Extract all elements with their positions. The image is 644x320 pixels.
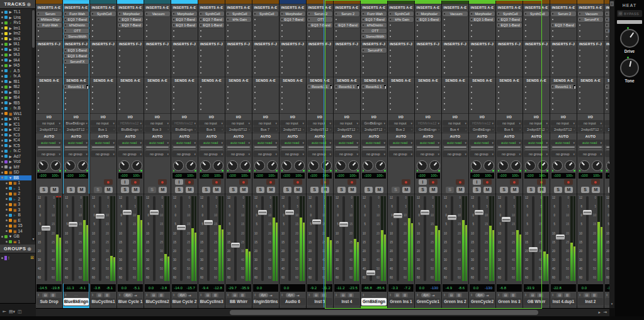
track-name[interactable]: BB Whirr [226,298,251,306]
group-assign-selector[interactable]: no group▾ [361,151,387,157]
track-list-item[interactable]: ▦SD [0,170,35,175]
record-arm-button[interactable] [429,179,438,185]
input-monitor-button[interactable]: I [121,179,129,185]
pan-knob-left[interactable] [281,160,292,171]
insert-slot-empty[interactable] [470,53,495,58]
output-selector[interactable]: 2ndtptST12▫ [307,126,332,132]
insert-slot-empty[interactable] [253,48,278,53]
track-list-item[interactable]: ▶fB4 [0,95,35,101]
insert-slot-empty[interactable] [172,70,197,75]
copy-icon[interactable]: ▤ [96,293,103,297]
send-slot-empty[interactable] [172,107,197,112]
automation-mode-selector[interactable]: auto read▾ [524,140,549,145]
track-list-item[interactable]: ▶fC1 [0,122,35,128]
insert-slot-empty[interactable] [605,53,609,58]
send-slot-empty[interactable] [470,90,495,95]
send-slot-empty[interactable] [497,90,522,95]
insert-slot-empty[interactable] [37,48,62,53]
insert-slot-empty[interactable] [578,28,603,33]
insert-slot-empty[interactable] [361,65,387,70]
send-slot-empty[interactable] [578,101,603,106]
nudge-arrows-icon[interactable]: ⇕ [281,293,283,297]
send-slot-empty[interactable] [551,107,576,112]
track-show-dot[interactable] [1,145,3,146]
meter-view-icon[interactable]: ▥ [591,293,597,297]
insert-slot-empty[interactable] [226,34,251,39]
heat-bypass-button[interactable]: ⊙ BYPASS [617,10,642,17]
mute-button[interactable]: M [511,187,519,193]
insert-slot[interactable]: EQ3 7-Band [280,17,305,22]
fader-handle[interactable] [231,243,240,248]
send-slot-empty[interactable] [118,96,143,101]
send-slot-empty[interactable] [361,90,387,95]
insert-slot-empty[interactable] [145,70,170,75]
send-slot-empty[interactable] [470,84,495,89]
insert-slot-empty[interactable] [91,48,116,53]
solo-button[interactable]: S [337,187,346,193]
fader-track[interactable] [424,196,426,281]
fader-handle[interactable] [285,210,294,215]
track-list-item[interactable]: ▦1 [0,240,35,244]
nudge-arrows-icon[interactable]: ⇕ [551,293,554,297]
copy-icon[interactable]: ▤ [150,293,157,297]
input-selector[interactable]: HDMtrIns12▾ [118,120,143,126]
insert-slot-empty[interactable] [253,53,278,58]
insert-slot[interactable]: EQ3 7-Band [497,17,522,22]
insert-slot-empty[interactable] [307,34,332,39]
solo-button[interactable]: S [527,187,535,193]
fader-handle[interactable] [42,226,50,231]
automation-mode-selector[interactable]: auto read▾ [226,140,251,145]
send-slot[interactable]: Reverb1 1 [64,84,89,89]
record-arm-button[interactable] [456,179,465,185]
insert-slot-empty[interactable] [524,23,549,28]
track-list-item[interactable]: ▶TL1 [0,9,35,15]
automation-mode-selector[interactable]: auto read▾ [91,140,116,145]
send-slot-empty[interactable] [334,96,359,101]
insert-slot-empty[interactable] [388,34,414,39]
fader-track[interactable] [207,196,210,281]
insert-slot[interactable]: SynthCell [497,11,522,16]
insert-slot[interactable]: SynthCell [388,11,414,16]
insert-slot-empty[interactable] [37,34,62,39]
fader-handle[interactable] [529,247,538,252]
insert-slot-empty[interactable] [226,23,251,28]
send-slot-empty[interactable] [253,96,278,101]
solo-button[interactable]: S [392,187,400,193]
track-show-dot[interactable] [1,43,3,45]
insert-slot-empty[interactable] [64,65,89,70]
pan-knob-left[interactable] [200,160,211,171]
insert-slot-empty[interactable] [118,28,143,33]
insert-slot-empty[interactable] [443,17,468,22]
track-name[interactable]: BluCyclIns2 [145,298,170,306]
send-slot-empty[interactable] [524,90,549,95]
fader-track[interactable] [234,196,237,281]
insert-slot-empty[interactable] [497,48,522,53]
group-assign-selector[interactable]: no group▾ [578,151,603,157]
group-assign-selector[interactable]: no group▾ [307,151,332,157]
track-list-item[interactable]: ▶fA2 [0,47,35,53]
track-name[interactable]: Inst 4.dup1 [551,298,576,306]
track-name[interactable]: BluCyclIns3 [199,298,224,306]
automation-mode-selector[interactable]: auto read▾ [64,140,89,145]
insert-slot-empty[interactable] [334,34,359,39]
output-selector[interactable]: 2ndtptST12▫ [551,126,576,132]
send-slot-empty[interactable] [497,96,522,101]
fader-track[interactable] [72,196,74,281]
nudge-arrows-icon[interactable]: ⇕ [335,293,337,297]
send-slot-empty[interactable] [145,84,170,89]
insert-slot-empty[interactable] [172,59,197,64]
insert-slot[interactable]: EQ3 1-Band [470,17,495,22]
insert-slot-empty[interactable] [226,28,251,33]
mute-button[interactable]: M [50,187,59,193]
send-slot-empty[interactable] [91,84,116,89]
track-show-dot[interactable] [6,193,8,195]
send-slot-empty[interactable] [388,90,414,95]
mute-button[interactable]: M [483,187,492,193]
insert-slot-empty[interactable] [145,59,170,64]
horizontal-scrollbar-handle[interactable] [230,310,538,315]
nudge-arrows-icon[interactable]: ⇕ [524,293,527,297]
insert-slot[interactable]: SynthCell [226,11,251,16]
insert-slot[interactable]: Morphoder [118,11,143,16]
automation-mode-selector[interactable]: auto read▾ [307,140,332,145]
output-selector[interactable]: 2ndtptST12▫ [578,126,603,132]
